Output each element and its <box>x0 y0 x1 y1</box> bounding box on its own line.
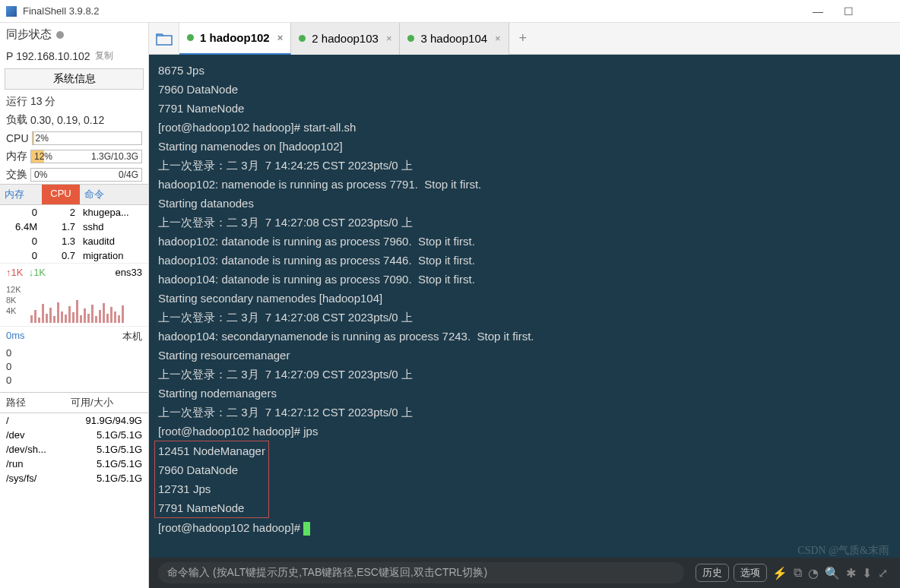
add-tab-button[interactable]: + <box>509 30 537 46</box>
process-header: 内存 CPU 命令 <box>0 184 148 205</box>
eye-icon[interactable]: ◔ <box>808 566 819 580</box>
status-dot-icon <box>407 35 414 42</box>
fs-head-path[interactable]: 路径 <box>6 396 71 409</box>
status-dot-icon <box>187 34 194 41</box>
process-row[interactable]: 01.3kauditd <box>0 234 148 248</box>
window-title: FinalShell 3.9.8.2 <box>23 5 803 17</box>
tab[interactable]: 1 hadoop102× <box>179 23 291 55</box>
net-up: ↑1K <box>6 267 23 278</box>
load-row: 负载 0.30, 0.19, 0.12 <box>0 111 148 129</box>
history-button[interactable]: 历史 <box>696 564 729 582</box>
ping-values: 0 0 0 <box>0 346 148 392</box>
swap-pct: 0% <box>31 169 47 180</box>
ping-row: 0ms 本机 <box>0 327 148 346</box>
uptime-value: 13 分 <box>30 95 55 109</box>
folder-icon[interactable] <box>149 23 179 55</box>
command-hint: 命令输入 (按ALT键提示历史,TAB键路径,ESC键返回,双击CTRL切换) <box>167 566 487 580</box>
terminal[interactable]: 8675 Jps 7960 DataNode 7791 NameNode [ro… <box>149 55 900 558</box>
mem-value: 1.3G/10.3G <box>91 151 138 162</box>
status-dot-icon <box>299 35 306 42</box>
tab-label: 2 hadoop103 <box>312 32 379 45</box>
process-row[interactable]: 00.7migration <box>0 248 148 263</box>
content: 1 hadoop102×2 hadoop103×3 hadoop104× + 8… <box>149 23 900 588</box>
fs-row[interactable]: /sys/fs/5.1G/5.1G <box>0 471 148 485</box>
fs-row[interactable]: /run5.1G/5.1G <box>0 457 148 471</box>
uptime-label: 运行 <box>6 95 27 109</box>
cpu-label: CPU <box>6 132 29 144</box>
fs-head-size[interactable]: 可用/大小 <box>71 396 142 409</box>
sidebar: 同步状态 P 192.168.10.102 复制 系统信息 运行 13 分 负载… <box>0 23 149 588</box>
uptime-row: 运行 13 分 <box>0 93 148 111</box>
close-tab-icon[interactable]: × <box>495 33 501 44</box>
tab[interactable]: 2 hadoop103× <box>291 23 400 55</box>
fs-row[interactable]: /dev5.1G/5.1G <box>0 428 148 442</box>
copy-button[interactable]: 复制 <box>95 49 113 62</box>
highlighted-output: 12451 NodeManager 7960 DataNode 12731 Jp… <box>154 441 269 518</box>
search-icon[interactable]: 🔍 <box>825 566 840 580</box>
close-tab-icon[interactable]: × <box>277 32 284 43</box>
fs-header: 路径 可用/大小 <box>0 392 148 413</box>
app-logo-icon <box>6 6 17 17</box>
net-iface: ens33 <box>116 267 142 278</box>
bottombar: 命令输入 (按ALT键提示历史,TAB键路径,ESC键返回,双击CTRL切换) … <box>149 558 900 588</box>
command-input[interactable]: 命令输入 (按ALT键提示历史,TAB键路径,ESC键返回,双击CTRL切换) <box>158 562 684 583</box>
download-icon[interactable]: ⬇ <box>862 566 872 580</box>
mem-pct: 12% <box>31 151 52 162</box>
cpu-row: CPU 2% <box>0 129 148 147</box>
ping-ms: 0ms <box>6 330 25 343</box>
tab[interactable]: 3 hadoop104× <box>400 23 509 55</box>
mem-label: 内存 <box>6 150 27 163</box>
gear-icon[interactable]: ✱ <box>846 566 856 580</box>
net-graph: 12K 8K 4K <box>0 281 148 327</box>
ip-row: P 192.168.10.102 复制 <box>0 46 148 65</box>
cpu-pct: 2% <box>33 133 49 144</box>
net-bars <box>30 285 142 323</box>
fs-row[interactable]: /dev/sh...5.1G/5.1G <box>0 442 148 457</box>
ip-prefix: P <box>6 50 13 62</box>
fs-list: /91.9G/94.9G/dev5.1G/5.1G/dev/sh...5.1G/… <box>0 413 148 485</box>
maximize-button[interactable]: ☐ <box>833 0 864 23</box>
minimize-button[interactable]: — <box>803 0 833 23</box>
mem-row: 内存 12%1.3G/10.3G <box>0 147 148 166</box>
sync-status: 同步状态 <box>0 23 148 46</box>
fs-row[interactable]: /91.9G/94.9G <box>0 413 148 428</box>
prompt: [root@hadoop102 hadoop]# <box>158 521 303 534</box>
titlebar: FinalShell 3.9.8.2 — ☐ <box>0 0 900 23</box>
proc-head-cmd[interactable]: 命令 <box>80 185 148 204</box>
net-row: ↑1K ↓1K ens33 <box>0 263 148 281</box>
cursor-icon <box>303 522 310 536</box>
options-button[interactable]: 选项 <box>734 564 767 582</box>
ip-value: 192.168.10.102 <box>16 50 90 62</box>
tab-label: 1 hadoop102 <box>200 31 270 44</box>
proc-head-mem[interactable]: 内存 <box>0 185 42 204</box>
sync-dot-icon <box>56 31 64 39</box>
swap-value: 0/4G <box>119 169 138 180</box>
tab-label: 3 hadoop104 <box>420 32 487 45</box>
ping-host: 本机 <box>122 330 142 343</box>
swap-label: 交换 <box>6 168 27 182</box>
proc-head-cpu[interactable]: CPU <box>42 185 80 204</box>
bolt-icon[interactable]: ⚡ <box>772 566 788 580</box>
process-list: 02khugepa...6.4M1.7sshd01.3kauditd00.7mi… <box>0 205 148 263</box>
system-info-button[interactable]: 系统信息 <box>5 68 144 90</box>
swap-row: 交换 0%0/4G <box>0 166 148 184</box>
expand-icon[interactable]: ⤢ <box>878 566 888 580</box>
tabbar: 1 hadoop102×2 hadoop103×3 hadoop104× + <box>149 23 900 55</box>
copy-icon[interactable]: ⧉ <box>794 566 802 580</box>
close-button[interactable] <box>864 0 894 23</box>
process-row[interactable]: 6.4M1.7sshd <box>0 220 148 234</box>
net-down: ↓1K <box>29 267 46 278</box>
load-value: 0.30, 0.19, 0.12 <box>30 114 104 126</box>
sync-label: 同步状态 <box>6 27 52 42</box>
load-label: 负载 <box>6 113 27 127</box>
process-row[interactable]: 02khugepa... <box>0 205 148 220</box>
close-tab-icon[interactable]: × <box>386 33 392 44</box>
